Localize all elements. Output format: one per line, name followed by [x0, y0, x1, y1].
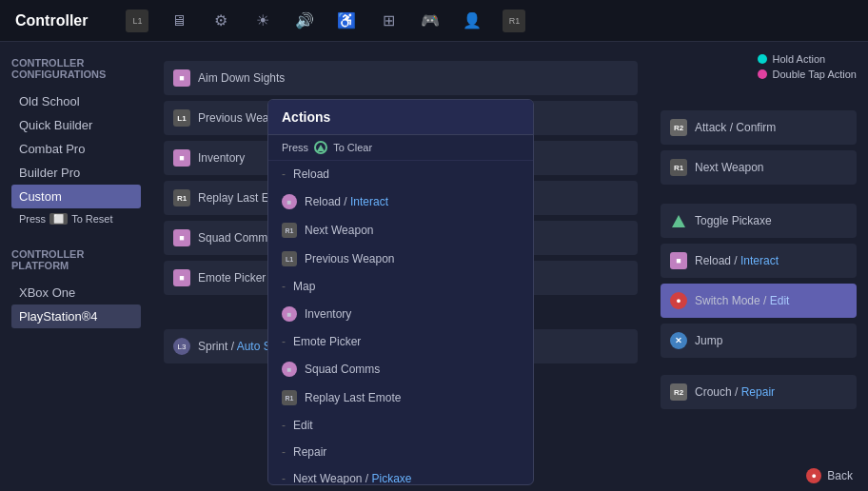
spacer2	[661, 363, 857, 369]
nav-settings-icon[interactable]: ⚙	[209, 10, 232, 32]
nav-accessibility-icon[interactable]: ♿	[335, 10, 358, 32]
dash-icon-nwp: -	[282, 472, 286, 484]
r2-icon-attack: R2	[670, 119, 687, 136]
action-emote-label: Emote Picker	[198, 271, 266, 285]
dropdown-emote-label: Emote Picker	[293, 335, 361, 348]
config-list: Old School Quick Builder Combat Pro Buil…	[11, 89, 141, 229]
dropdown-reload[interactable]: - Reload	[268, 161, 533, 187]
action-squad-label: Squad Comms	[198, 231, 273, 245]
right-crouch-label: Crouch / Repair	[695, 385, 775, 399]
right-toggle-pickaxe-label: Toggle Pickaxe	[695, 214, 772, 227]
nav-brightness-icon[interactable]: ☀	[251, 10, 274, 32]
hold-dot	[758, 54, 767, 64]
action-aim-label: Aim Down Sights	[198, 71, 285, 85]
dash-icon-edit: -	[282, 419, 286, 432]
right-panel: Hold Action Double Tap Action R2 Attack …	[649, 42, 868, 491]
dropdown-next-weapon-label: Next Weapon	[305, 224, 374, 237]
dropdown-prev-weapon[interactable]: L1 Previous Weapon	[268, 245, 533, 273]
platform-ps4[interactable]: PlayStation®4	[11, 304, 141, 328]
right-action-toggle-pickaxe[interactable]: Toggle Pickaxe	[661, 204, 857, 238]
dropdown-subtitle: Press To Clear	[268, 135, 533, 161]
square-icon-4: ■	[173, 269, 190, 286]
dropdown-next-weapon[interactable]: R1 Next Weapon	[268, 216, 533, 245]
square-icon-3: ■	[173, 229, 190, 246]
square-icon-squad: ■	[282, 362, 297, 377]
nav-user-icon[interactable]: 👤	[461, 10, 483, 32]
circle-back-icon: ●	[806, 468, 821, 483]
back-label[interactable]: Back	[827, 469, 853, 482]
right-action-attack[interactable]: R2 Attack / Confirm	[661, 110, 857, 145]
l1-icon: L1	[173, 109, 190, 127]
r1-icon: R1	[173, 189, 190, 206]
dropdown-edit-label: Edit	[293, 419, 313, 432]
bottom-bar: ● Back	[791, 461, 868, 491]
config-builder-pro[interactable]: Builder Pro	[11, 161, 141, 185]
r1-icon-replay: R1	[282, 390, 297, 405]
config-quick-builder[interactable]: Quick Builder	[11, 113, 141, 137]
right-action-switch-mode[interactable]: ● Switch Mode / Edit	[661, 284, 857, 318]
dropdown-prev-weapon-label: Previous Weapon	[305, 252, 395, 265]
dropdown-emote-picker[interactable]: - Emote Picker	[268, 328, 533, 355]
nav-display-icon[interactable]: 🖥	[168, 10, 190, 32]
dropdown-inventory[interactable]: ■ Inventory	[268, 300, 533, 328]
config-custom[interactable]: Custom	[11, 185, 141, 208]
r1-icon-drop: R1	[282, 223, 297, 238]
dropdown-squad-label: Squad Comms	[305, 363, 380, 376]
dropdown-reload-interact[interactable]: ■ Reload / Interact	[268, 187, 533, 216]
legend-hold: Hold Action	[758, 53, 857, 65]
dropdown-repair[interactable]: - Repair	[268, 439, 533, 465]
platform-list: XBox One PlayStation®4	[11, 281, 141, 328]
dropdown-list: - Reload ■ Reload / Interact R1 Next Wea…	[268, 161, 533, 484]
dropdown-replay-label: Replay Last Emote	[305, 391, 401, 404]
right-action-jump[interactable]: ✕ Jump	[661, 324, 857, 358]
action-aim-down-sights[interactable]: ■ Aim Down Sights	[164, 61, 638, 95]
legend-doubletap: Double Tap Action	[758, 69, 857, 80]
subtitle-to-clear: To Clear	[333, 142, 372, 153]
action-inventory-label: Inventory	[198, 151, 245, 165]
square-icon-2: ■	[173, 149, 190, 167]
platform-title: Controller Platform	[11, 248, 141, 271]
top-bar: Controller L1 🖥 ⚙ ☀ 🔊 ♿ ⊞ 🎮 👤 R1	[0, 0, 868, 42]
right-action-rows: R2 Attack / Confirm R1 Next Weapon Toggl…	[661, 110, 857, 409]
right-action-next-weapon[interactable]: R1 Next Weapon	[661, 150, 857, 185]
config-combat-pro[interactable]: Combat Pro	[11, 137, 141, 161]
triangle-shape	[317, 145, 325, 151]
square-icon-right: ■	[670, 252, 687, 269]
cross-icon-right: ✕	[670, 332, 687, 349]
actions-dropdown[interactable]: Actions Press To Clear - Reload ■ Reload…	[267, 99, 534, 485]
dash-icon-emote: -	[282, 335, 286, 348]
dropdown-replay[interactable]: R1 Replay Last Emote	[268, 383, 533, 412]
doubletap-dot	[758, 69, 767, 79]
nav-layout-icon[interactable]: ⊞	[377, 10, 400, 32]
nav-audio-icon[interactable]: 🔊	[293, 10, 316, 32]
left-sidebar: Controller Configurations Old School Qui…	[0, 42, 152, 491]
legend: Hold Action Double Tap Action	[758, 53, 857, 80]
dropdown-inventory-label: Inventory	[305, 307, 351, 321]
right-next-weapon-label: Next Weapon	[695, 161, 764, 174]
dropdown-map-label: Map	[293, 280, 315, 293]
circle-icon-right: ●	[670, 292, 687, 309]
config-old-school[interactable]: Old School	[11, 89, 141, 113]
dropdown-reload-interact-label: Reload / Interact	[305, 195, 388, 208]
dropdown-map[interactable]: - Map	[268, 273, 533, 300]
nav-r1-icon[interactable]: R1	[503, 10, 525, 32]
dropdown-next-weapon-pickaxe[interactable]: - Next Weapon / Pickaxe	[268, 465, 533, 484]
dropdown-edit[interactable]: - Edit	[268, 412, 533, 439]
triangle-btn-icon	[314, 141, 327, 154]
right-action-reload-interact[interactable]: ■ Reload / Interact	[661, 244, 857, 278]
doubletap-label: Double Tap Action	[773, 69, 857, 80]
config-press-reset[interactable]: Press ⬜ To Reset	[11, 208, 141, 229]
nav-controller-icon[interactable]: 🎮	[419, 10, 442, 32]
nav-l1-icon[interactable]: L1	[126, 10, 148, 32]
app-title: Controller	[15, 12, 88, 29]
dropdown-squad-comms[interactable]: ■ Squad Comms	[268, 355, 533, 383]
triangle-icon-right	[670, 212, 687, 229]
square-icon-inv: ■	[282, 306, 297, 322]
dash-icon-repair: -	[282, 445, 286, 459]
square-icon-drop: ■	[282, 194, 297, 209]
platform-xbox[interactable]: XBox One	[11, 281, 141, 304]
r2-icon-crouch: R2	[670, 383, 687, 401]
right-switch-mode-label: Switch Mode / Edit	[695, 294, 789, 307]
dash-icon-map: -	[282, 280, 286, 293]
right-action-crouch-repair[interactable]: R2 Crouch / Repair	[661, 375, 857, 409]
